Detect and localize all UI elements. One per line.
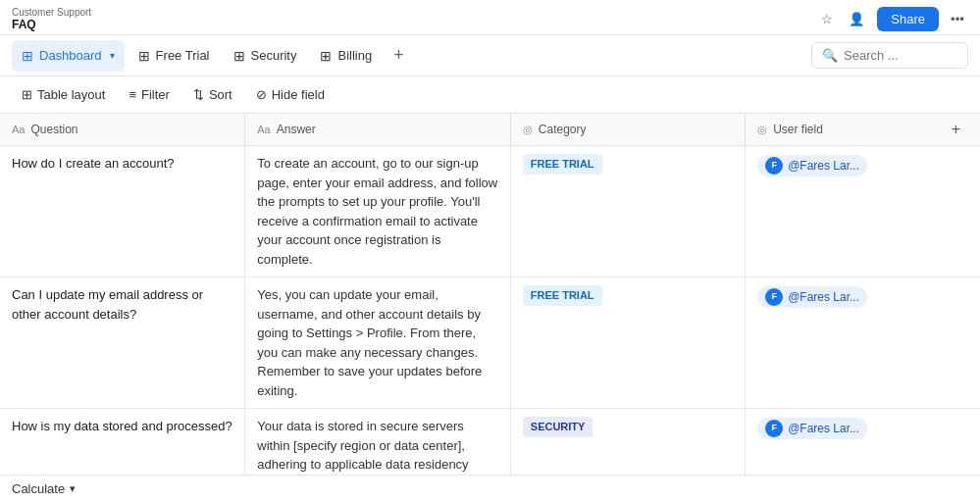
category-badge: FREE TRIAL: [523, 154, 602, 175]
col-header-answer: Aa Answer: [245, 114, 511, 146]
person-button[interactable]: 👤: [845, 8, 869, 30]
chevron-down-icon: ▾: [110, 50, 115, 61]
hide-field-label: Hide field: [272, 87, 325, 102]
user-col-icon: ◎: [757, 124, 767, 136]
table-layout-label: Table layout: [37, 87, 105, 102]
top-bar: Customer Support FAQ ☆ 👤 Share •••: [0, 0, 980, 35]
user-name: @Fares Lar...: [788, 288, 859, 306]
main-table: Aa Question Aa Answer ◎ Category: [0, 114, 980, 475]
cell-user: F@Fares Lar...: [746, 277, 980, 409]
user-chip: F@Fares Lar...: [757, 155, 867, 176]
cell-question: How is my data stored and processed?: [0, 409, 245, 476]
app-name: Customer Support: [12, 7, 91, 18]
category-col-icon: ◎: [523, 124, 533, 136]
star-icon: ☆: [821, 12, 833, 26]
question-col-icon: Aa: [12, 124, 25, 135]
avatar: F: [765, 288, 783, 306]
answer-col-icon: Aa: [257, 124, 270, 135]
tab-security-label: Security: [251, 48, 297, 63]
user-chip: F@Fares Lar...: [757, 418, 867, 439]
category-col-label: Category: [539, 123, 587, 136]
user-name: @Fares Lar...: [788, 157, 859, 175]
person-icon: 👤: [849, 12, 865, 26]
add-tab-button[interactable]: +: [386, 41, 412, 70]
tab-free-trial-label: Free Trial: [156, 48, 210, 63]
free-trial-icon: ⊞: [138, 48, 150, 64]
category-badge: SECURITY: [523, 417, 593, 437]
tab-billing[interactable]: ⊞ Billing: [310, 40, 382, 72]
cell-answer: Yes, you can update your email, username…: [245, 277, 511, 409]
table-layout-button[interactable]: ⊞ Table layout: [12, 83, 115, 106]
star-button[interactable]: ☆: [817, 8, 837, 30]
sort-button[interactable]: ⇅ Sort: [183, 83, 242, 106]
filter-button[interactable]: ≡ Filter: [119, 83, 179, 106]
table-row[interactable]: How do I create an account?To create an …: [0, 146, 980, 277]
avatar: F: [765, 157, 783, 175]
table-row[interactable]: Can I update my email address or other a…: [0, 277, 980, 409]
more-icon: •••: [951, 12, 964, 26]
filter-icon: ≡: [129, 87, 136, 102]
sort-icon: ⇅: [193, 87, 204, 102]
col-header-category: ◎ Category: [510, 114, 745, 146]
tab-dashboard[interactable]: ⊞ Dashboard ▾: [12, 40, 125, 72]
table-container: Aa Question Aa Answer ◎ Category: [0, 114, 980, 475]
question-text: Can I update my email address or other a…: [12, 287, 203, 322]
avatar: F: [765, 420, 783, 437]
add-column-button[interactable]: +: [944, 121, 968, 138]
cell-user: F@Fares Lar...: [746, 146, 980, 277]
table-row[interactable]: How is my data stored and processed?Your…: [0, 409, 980, 476]
security-icon: ⊞: [233, 48, 245, 64]
answer-text: Your data is stored in secure servers wi…: [257, 419, 488, 475]
billing-icon: ⊞: [320, 48, 332, 64]
search-input[interactable]: [844, 48, 957, 63]
user-col-label: User field: [773, 123, 823, 136]
user-name: @Fares Lar...: [788, 420, 859, 437]
question-text: How do I create an account?: [12, 156, 175, 171]
answer-text: Yes, you can update your email, username…: [257, 287, 482, 398]
nav-tabs: ⊞ Dashboard ▾ ⊞ Free Trial ⊞ Security ⊞ …: [0, 35, 980, 76]
tab-free-trial[interactable]: ⊞ Free Trial: [129, 40, 220, 72]
nav-search: 🔍: [811, 42, 968, 69]
answer-col-label: Answer: [277, 123, 316, 136]
hide-field-icon: ⊘: [256, 87, 267, 102]
category-badge: FREE TRIAL: [523, 285, 602, 306]
cell-answer: Your data is stored in secure servers wi…: [245, 409, 511, 476]
tab-billing-label: Billing: [337, 48, 372, 63]
app-info: Customer Support FAQ: [12, 7, 91, 31]
table-layout-icon: ⊞: [22, 87, 32, 102]
filter-label: Filter: [141, 87, 170, 102]
col-header-question: Aa Question: [0, 114, 245, 146]
dashboard-icon: ⊞: [22, 48, 33, 64]
cell-question: How do I create an account?: [0, 146, 245, 277]
cell-answer: To create an account, go to our sign-up …: [245, 146, 511, 277]
cell-category: FREE TRIAL: [510, 146, 745, 277]
tab-security[interactable]: ⊞ Security: [224, 40, 307, 72]
cell-category: FREE TRIAL: [510, 277, 745, 409]
share-button[interactable]: Share: [877, 7, 939, 31]
top-bar-actions: ☆ 👤 Share •••: [817, 7, 968, 31]
cell-question: Can I update my email address or other a…: [0, 277, 245, 409]
tab-dashboard-label: Dashboard: [39, 48, 102, 63]
user-chip: F@Fares Lar...: [757, 286, 867, 308]
search-box[interactable]: 🔍: [811, 42, 968, 69]
search-icon: 🔍: [822, 48, 838, 63]
cell-category: SECURITY: [510, 409, 745, 476]
table-body: How do I create an account?To create an …: [0, 146, 980, 476]
question-text: How is my data stored and processed?: [12, 419, 232, 433]
toolbar: ⊞ Table layout ≡ Filter ⇅ Sort ⊘ Hide fi…: [0, 76, 980, 114]
table-header-row: Aa Question Aa Answer ◎ Category: [0, 114, 980, 146]
hide-field-button[interactable]: ⊘ Hide field: [246, 83, 335, 106]
sort-label: Sort: [209, 87, 232, 102]
question-col-label: Question: [30, 123, 77, 136]
page-name: FAQ: [12, 18, 91, 31]
more-button[interactable]: •••: [947, 8, 968, 30]
cell-user: F@Fares Lar...: [746, 409, 980, 476]
col-header-user: ◎ User field +: [746, 114, 980, 146]
answer-text: To create an account, go to our sign-up …: [257, 156, 497, 267]
